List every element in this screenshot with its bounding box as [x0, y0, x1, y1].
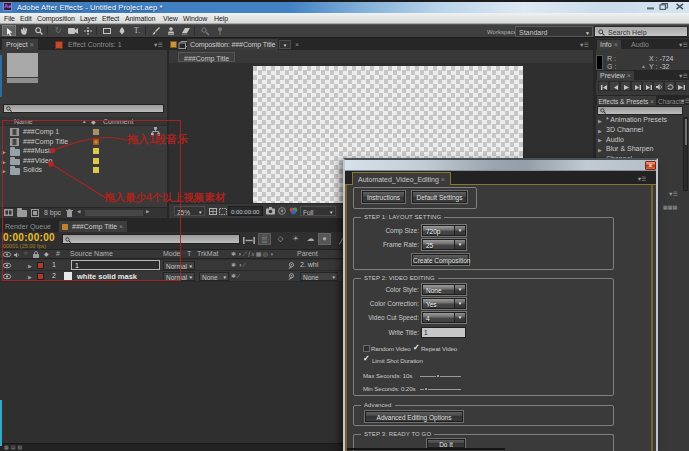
- max-seconds-slider-thumb[interactable]: [436, 374, 440, 378]
- expander-icon[interactable]: ▶: [28, 274, 32, 280]
- snapshot-camera-icon[interactable]: [266, 207, 275, 215]
- column-source-name[interactable]: Source Name: [70, 250, 113, 257]
- tab-effects-presets[interactable]: Effects & Presets ×: [597, 96, 656, 106]
- effects-search-input[interactable]: [597, 106, 683, 115]
- close-tab-icon[interactable]: ×: [295, 41, 299, 48]
- brush-tool-icon[interactable]: [149, 25, 163, 36]
- viewer-timecode[interactable]: 0:00:00:00: [228, 206, 263, 216]
- toggle-switches-icons[interactable]: ▩▤▧: [4, 444, 24, 450]
- effects-item[interactable]: Audio: [606, 136, 624, 143]
- column-trkmat[interactable]: TrkMat: [197, 250, 219, 257]
- zoom-tool-icon[interactable]: [32, 25, 46, 36]
- previous-frame-button[interactable]: [609, 81, 620, 91]
- show-channel-icon[interactable]: [289, 207, 298, 215]
- frame-blend-icon[interactable]: ☁: [304, 233, 317, 245]
- expander-icon[interactable]: ▶: [2, 168, 6, 174]
- menu-composition[interactable]: Composition: [37, 15, 75, 22]
- expander-icon[interactable]: ▶: [2, 159, 6, 165]
- video-cut-speed-dropdown[interactable]: 4▼: [422, 312, 466, 323]
- new-composition-icon[interactable]: [31, 209, 39, 217]
- repeat-video-checkbox[interactable]: ✓: [413, 343, 420, 352]
- min-seconds-slider-thumb[interactable]: [424, 387, 428, 391]
- show-snapshot-icon[interactable]: [278, 207, 286, 215]
- max-seconds-slider[interactable]: [420, 376, 461, 377]
- project-search-input[interactable]: [3, 104, 164, 113]
- column-num[interactable]: #: [56, 250, 60, 257]
- rotation-tool-icon[interactable]: ↻: [51, 25, 65, 36]
- brainstorm-icon[interactable]: ▒: [258, 233, 271, 245]
- pen-tool-icon[interactable]: [115, 25, 129, 36]
- expander-icon[interactable]: ▶: [598, 128, 602, 134]
- next-frame-button[interactable]: [631, 81, 642, 91]
- resolution-dropdown[interactable]: Full ▼: [300, 206, 336, 216]
- comp-crumb-button[interactable]: ###Comp Title: [178, 52, 235, 62]
- parent-dropdown[interactable]: None▼: [300, 272, 338, 281]
- trash-icon[interactable]: [66, 209, 73, 217]
- instructions-button[interactable]: Instructions: [362, 191, 405, 203]
- menu-edit[interactable]: Edit: [20, 15, 32, 22]
- create-composition-button[interactable]: Create Composition: [412, 254, 469, 265]
- tab-audio[interactable]: Audio: [631, 41, 649, 48]
- new-folder-icon[interactable]: [17, 210, 27, 217]
- scroll-left-icon[interactable]: ◀: [77, 209, 80, 214]
- menu-window[interactable]: Window: [183, 15, 207, 22]
- search-help-input[interactable]: Search Help: [594, 26, 688, 37]
- layer-name-edit-input[interactable]: 1: [71, 260, 160, 270]
- do-it-button[interactable]: Do It: [427, 439, 465, 449]
- layer-color-chip[interactable]: [37, 262, 44, 269]
- menu-layer[interactable]: Layer: [80, 15, 97, 22]
- h-scrollbar[interactable]: [85, 210, 143, 216]
- roto-brush-tool-icon[interactable]: [198, 25, 212, 36]
- hide-shy-icon[interactable]: ☀: [289, 233, 302, 245]
- eraser-tool-icon[interactable]: [179, 25, 193, 36]
- comp-size-dropdown[interactable]: 720p▼: [422, 225, 466, 236]
- v-scrollbar[interactable]: [683, 117, 688, 191]
- pan-behind-tool-icon[interactable]: [81, 25, 95, 36]
- panel-menu-icon[interactable]: ▼☰: [153, 42, 162, 48]
- comment-chip[interactable]: [93, 129, 99, 135]
- magnification-dropdown[interactable]: 25% ▼: [174, 206, 205, 216]
- tab-preview[interactable]: Preview ×: [597, 71, 634, 81]
- expander-icon[interactable]: ▶: [598, 137, 602, 143]
- in-out-icon[interactable]: [243, 237, 255, 244]
- current-time-display[interactable]: 0:00:00:00: [3, 232, 55, 243]
- scrollbar-thumb[interactable]: [685, 119, 688, 145]
- tab-effect-controls[interactable]: Effect Controls: 1: [68, 41, 122, 48]
- camera-tool-icon[interactable]: [66, 25, 80, 36]
- panel-menu-icon[interactable]: ▼☰: [678, 73, 687, 79]
- text-tool-icon[interactable]: T.: [130, 25, 144, 36]
- selection-tool-icon[interactable]: [2, 25, 16, 36]
- expander-icon[interactable]: ▶: [598, 147, 602, 153]
- maximize-button[interactable]: [659, 3, 669, 10]
- grid-options-icon[interactable]: [209, 208, 217, 215]
- motion-blur-icon[interactable]: ●: [318, 233, 331, 245]
- panel-menu-icon[interactable]: ▼☰: [680, 98, 689, 104]
- tab-composition[interactable]: Composition: ###Comp Title: [187, 39, 278, 50]
- tab-project[interactable]: Project ×: [2, 39, 38, 50]
- limit-shot-checkbox[interactable]: ✓: [363, 354, 370, 363]
- auto-keyframe-icon[interactable]: ◇: [274, 233, 287, 245]
- comment-chip[interactable]: [93, 148, 99, 154]
- effects-item[interactable]: 3D Channel: [606, 126, 643, 133]
- eye-icon[interactable]: [3, 274, 11, 279]
- panel-menu-icon[interactable]: ▼☰: [678, 42, 687, 48]
- loop-button[interactable]: [664, 81, 675, 91]
- mode-dropdown[interactable]: Normal▼: [163, 261, 195, 270]
- column-comment[interactable]: Comment: [103, 118, 133, 125]
- column-t[interactable]: T: [187, 250, 191, 257]
- frame-rate-dropdown[interactable]: 25▼: [422, 239, 466, 250]
- column-mode[interactable]: Mode: [163, 250, 181, 257]
- minimize-button[interactable]: [646, 4, 656, 10]
- layer-color-chip[interactable]: [37, 273, 44, 280]
- default-settings-button[interactable]: Default Settings: [412, 191, 467, 203]
- eye-icon[interactable]: [3, 263, 11, 268]
- tab-automated-video-editing[interactable]: Automated_Video_Editing ×: [352, 172, 451, 185]
- first-frame-button[interactable]: [598, 81, 609, 91]
- tab-render-queue[interactable]: Render Queue: [5, 223, 51, 230]
- effects-item[interactable]: * Animation Presets: [606, 116, 667, 123]
- column-parent[interactable]: Parent: [297, 250, 318, 257]
- panel-menu-icon[interactable]: ▼☰: [637, 176, 646, 182]
- timeline-search-input[interactable]: [62, 234, 240, 244]
- trkmat-dropdown[interactable]: None▼: [199, 272, 229, 281]
- dialog-title-bar[interactable]: x: [345, 160, 656, 171]
